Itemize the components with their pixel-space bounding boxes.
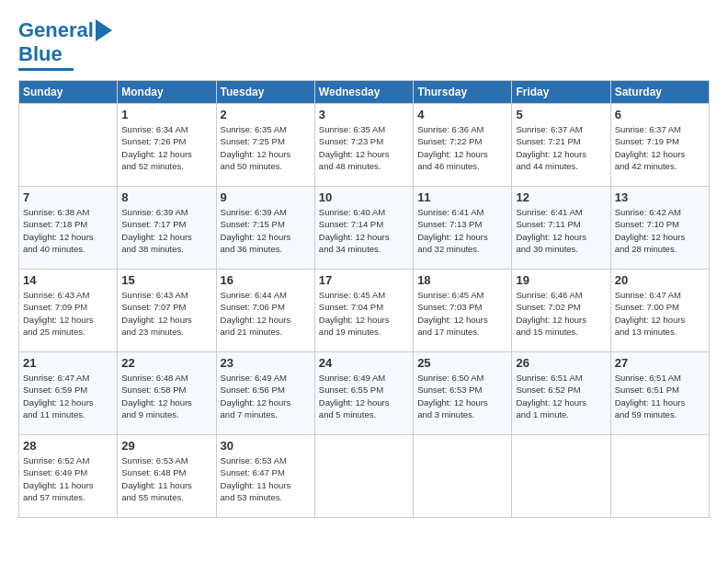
day-info: Sunrise: 6:50 AM Sunset: 6:53 PM Dayligh…: [417, 372, 507, 420]
calendar-cell: 1Sunrise: 6:34 AM Sunset: 7:26 PM Daylig…: [118, 104, 216, 187]
day-number: 10: [319, 190, 409, 204]
calendar-cell: 4Sunrise: 6:36 AM Sunset: 7:22 PM Daylig…: [414, 104, 512, 187]
day-info: Sunrise: 6:43 AM Sunset: 7:07 PM Dayligh…: [121, 289, 211, 338]
calendar-cell: 9Sunrise: 6:39 AM Sunset: 7:15 PM Daylig…: [216, 187, 314, 270]
day-info: Sunrise: 6:53 AM Sunset: 6:47 PM Dayligh…: [221, 454, 311, 503]
day-number: 22: [121, 356, 211, 370]
day-info: Sunrise: 6:51 AM Sunset: 6:52 PM Dayligh…: [516, 372, 606, 420]
day-number: 27: [615, 356, 705, 370]
weekday-header-friday: Friday: [512, 81, 610, 104]
calendar-cell: 11Sunrise: 6:41 AM Sunset: 7:13 PM Dayli…: [414, 187, 512, 270]
day-number: 9: [221, 190, 311, 204]
calendar-cell: [414, 435, 512, 518]
calendar-cell: 23Sunrise: 6:49 AM Sunset: 6:56 PM Dayli…: [216, 352, 314, 435]
logo: General Blue: [18, 18, 112, 71]
day-number: 5: [516, 108, 606, 121]
calendar-cell: [19, 104, 118, 187]
calendar-cell: 27Sunrise: 6:51 AM Sunset: 6:51 PM Dayli…: [610, 352, 709, 435]
day-info: Sunrise: 6:38 AM Sunset: 7:18 PM Dayligh…: [23, 206, 113, 255]
calendar-cell: 21Sunrise: 6:47 AM Sunset: 6:59 PM Dayli…: [19, 352, 118, 435]
calendar-cell: 8Sunrise: 6:39 AM Sunset: 7:17 PM Daylig…: [118, 187, 216, 270]
day-info: Sunrise: 6:40 AM Sunset: 7:14 PM Dayligh…: [319, 206, 409, 255]
weekday-header-monday: Monday: [118, 81, 216, 104]
day-info: Sunrise: 6:46 AM Sunset: 7:02 PM Dayligh…: [516, 289, 606, 338]
calendar-cell: 17Sunrise: 6:45 AM Sunset: 7:04 PM Dayli…: [314, 270, 413, 352]
calendar-cell: [512, 435, 610, 518]
calendar-cell: [610, 435, 709, 518]
day-number: 20: [615, 273, 705, 287]
day-number: 29: [121, 439, 211, 453]
weekday-header-saturday: Saturday: [610, 81, 709, 104]
day-number: 13: [615, 190, 705, 204]
day-number: 7: [23, 190, 113, 204]
calendar-cell: 25Sunrise: 6:50 AM Sunset: 6:53 PM Dayli…: [414, 352, 512, 435]
day-info: Sunrise: 6:51 AM Sunset: 6:51 PM Dayligh…: [615, 372, 705, 420]
calendar-cell: 19Sunrise: 6:46 AM Sunset: 7:02 PM Dayli…: [512, 270, 610, 352]
day-info: Sunrise: 6:36 AM Sunset: 7:22 PM Dayligh…: [417, 123, 507, 172]
calendar-cell: 16Sunrise: 6:44 AM Sunset: 7:06 PM Dayli…: [216, 270, 314, 352]
calendar-cell: 20Sunrise: 6:47 AM Sunset: 7:00 PM Dayli…: [610, 270, 709, 352]
day-number: 11: [417, 190, 507, 204]
calendar-cell: 6Sunrise: 6:37 AM Sunset: 7:19 PM Daylig…: [610, 104, 709, 187]
calendar-cell: 2Sunrise: 6:35 AM Sunset: 7:25 PM Daylig…: [216, 104, 314, 187]
day-info: Sunrise: 6:45 AM Sunset: 7:03 PM Dayligh…: [417, 289, 507, 338]
day-number: 25: [417, 356, 507, 370]
weekday-header-sunday: Sunday: [19, 81, 118, 104]
day-info: Sunrise: 6:35 AM Sunset: 7:23 PM Dayligh…: [319, 123, 409, 172]
calendar-cell: 30Sunrise: 6:53 AM Sunset: 6:47 PM Dayli…: [216, 435, 314, 518]
calendar-cell: 12Sunrise: 6:41 AM Sunset: 7:11 PM Dayli…: [512, 187, 610, 270]
day-info: Sunrise: 6:39 AM Sunset: 7:15 PM Dayligh…: [221, 206, 311, 255]
calendar-cell: 26Sunrise: 6:51 AM Sunset: 6:52 PM Dayli…: [512, 352, 610, 435]
day-number: 30: [221, 439, 311, 453]
calendar-cell: 15Sunrise: 6:43 AM Sunset: 7:07 PM Dayli…: [118, 270, 216, 352]
calendar-cell: 28Sunrise: 6:52 AM Sunset: 6:49 PM Dayli…: [19, 435, 118, 518]
day-number: 12: [516, 190, 606, 204]
page-header: General Blue: [18, 18, 710, 71]
day-number: 14: [23, 273, 113, 287]
weekday-header-tuesday: Tuesday: [216, 81, 314, 104]
day-number: 23: [221, 356, 311, 370]
day-info: Sunrise: 6:37 AM Sunset: 7:19 PM Dayligh…: [615, 123, 705, 172]
day-number: 6: [615, 108, 705, 121]
day-info: Sunrise: 6:44 AM Sunset: 7:06 PM Dayligh…: [221, 289, 311, 338]
day-info: Sunrise: 6:43 AM Sunset: 7:09 PM Dayligh…: [23, 289, 113, 338]
logo-arrow-icon: [96, 19, 112, 41]
calendar-cell: 22Sunrise: 6:48 AM Sunset: 6:58 PM Dayli…: [118, 352, 216, 435]
day-number: 4: [417, 108, 507, 121]
day-info: Sunrise: 6:41 AM Sunset: 7:13 PM Dayligh…: [417, 206, 507, 255]
logo-underline: [18, 68, 74, 71]
calendar-cell: 5Sunrise: 6:37 AM Sunset: 7:21 PM Daylig…: [512, 104, 610, 187]
day-info: Sunrise: 6:45 AM Sunset: 7:04 PM Dayligh…: [319, 289, 409, 338]
calendar-cell: 18Sunrise: 6:45 AM Sunset: 7:03 PM Dayli…: [414, 270, 512, 352]
weekday-header-thursday: Thursday: [414, 81, 512, 104]
calendar-cell: 7Sunrise: 6:38 AM Sunset: 7:18 PM Daylig…: [19, 187, 118, 270]
day-info: Sunrise: 6:34 AM Sunset: 7:26 PM Dayligh…: [121, 123, 211, 172]
day-number: 1: [121, 108, 211, 121]
day-number: 2: [221, 108, 311, 121]
day-number: 8: [121, 190, 211, 204]
calendar-cell: 10Sunrise: 6:40 AM Sunset: 7:14 PM Dayli…: [314, 187, 413, 270]
calendar-cell: 3Sunrise: 6:35 AM Sunset: 7:23 PM Daylig…: [314, 104, 413, 187]
day-info: Sunrise: 6:39 AM Sunset: 7:17 PM Dayligh…: [121, 206, 211, 255]
calendar-cell: 13Sunrise: 6:42 AM Sunset: 7:10 PM Dayli…: [610, 187, 709, 270]
day-info: Sunrise: 6:42 AM Sunset: 7:10 PM Dayligh…: [615, 206, 705, 255]
day-number: 15: [121, 273, 211, 287]
calendar-cell: [314, 435, 413, 518]
day-info: Sunrise: 6:49 AM Sunset: 6:55 PM Dayligh…: [319, 372, 409, 420]
day-info: Sunrise: 6:49 AM Sunset: 6:56 PM Dayligh…: [221, 372, 311, 420]
day-info: Sunrise: 6:37 AM Sunset: 7:21 PM Dayligh…: [516, 123, 606, 172]
day-info: Sunrise: 6:47 AM Sunset: 6:59 PM Dayligh…: [23, 372, 113, 420]
day-info: Sunrise: 6:53 AM Sunset: 6:48 PM Dayligh…: [121, 454, 211, 503]
calendar-cell: 24Sunrise: 6:49 AM Sunset: 6:55 PM Dayli…: [314, 352, 413, 435]
day-number: 17: [319, 273, 409, 287]
day-number: 16: [221, 273, 311, 287]
calendar-table: SundayMondayTuesdayWednesdayThursdayFrid…: [18, 80, 710, 518]
calendar-cell: 14Sunrise: 6:43 AM Sunset: 7:09 PM Dayli…: [19, 270, 118, 352]
day-info: Sunrise: 6:47 AM Sunset: 7:00 PM Dayligh…: [615, 289, 705, 338]
day-info: Sunrise: 6:48 AM Sunset: 6:58 PM Dayligh…: [121, 372, 211, 420]
day-info: Sunrise: 6:41 AM Sunset: 7:11 PM Dayligh…: [516, 206, 606, 255]
day-number: 3: [319, 108, 409, 121]
day-info: Sunrise: 6:52 AM Sunset: 6:49 PM Dayligh…: [23, 454, 113, 503]
day-number: 21: [23, 356, 113, 370]
day-number: 19: [516, 273, 606, 287]
